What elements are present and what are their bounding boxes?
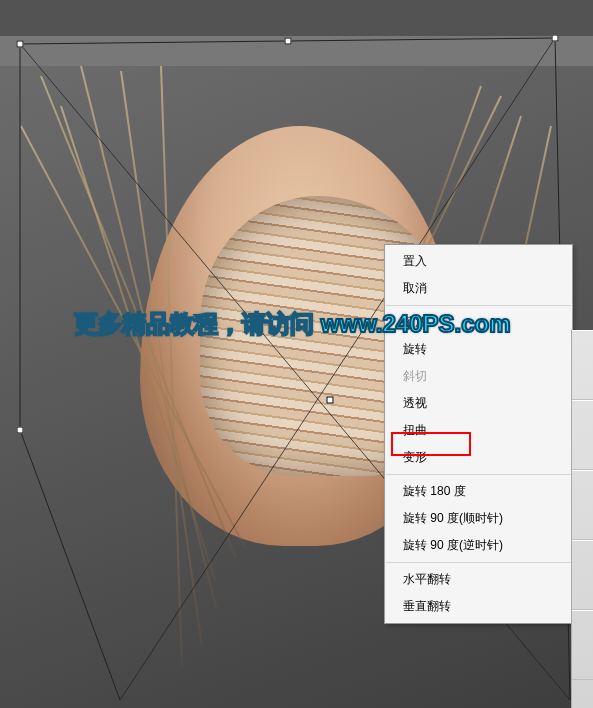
panel-block[interactable] <box>572 540 593 610</box>
menu-item-旋转[interactable]: 旋转 <box>385 336 572 363</box>
menu-item-变形[interactable]: 变形 <box>385 444 572 471</box>
transform-handle-center[interactable] <box>327 397 334 404</box>
transform-handle-tl[interactable] <box>17 41 24 48</box>
menu-item-水平翻转[interactable]: 水平翻转 <box>385 566 572 593</box>
menu-separator <box>386 474 571 475</box>
menu-item-缩放[interactable]: 缩放 <box>385 309 572 336</box>
transform-handle-tr[interactable] <box>552 35 559 42</box>
transform-context-menu: 置入取消缩放旋转斜切透视扭曲变形旋转 180 度旋转 90 度(顺时针)旋转 9… <box>384 244 573 624</box>
menu-item-扭曲[interactable]: 扭曲 <box>385 417 572 444</box>
menu-item-旋转 90 度(顺时针)[interactable]: 旋转 90 度(顺时针) <box>385 505 572 532</box>
menu-separator <box>386 562 571 563</box>
menu-item-透视[interactable]: 透视 <box>385 390 572 417</box>
menu-item-旋转 180 度[interactable]: 旋转 180 度 <box>385 478 572 505</box>
menu-item-斜切: 斜切 <box>385 363 572 390</box>
menu-item-取消[interactable]: 取消 <box>385 275 572 302</box>
panel-block[interactable] <box>572 330 593 400</box>
menu-separator <box>386 305 571 306</box>
top-toolbar <box>0 0 593 36</box>
panel-block[interactable] <box>572 470 593 540</box>
right-panel-strip <box>571 330 593 708</box>
menu-item-置入[interactable]: 置入 <box>385 248 572 275</box>
panel-block[interactable] <box>572 610 593 680</box>
transform-handle-tm[interactable] <box>285 38 292 45</box>
panel-block[interactable] <box>572 400 593 470</box>
transform-handle-ml[interactable] <box>17 427 24 434</box>
menu-item-旋转 90 度(逆时针)[interactable]: 旋转 90 度(逆时针) <box>385 532 572 559</box>
menu-item-垂直翻转[interactable]: 垂直翻转 <box>385 593 572 620</box>
